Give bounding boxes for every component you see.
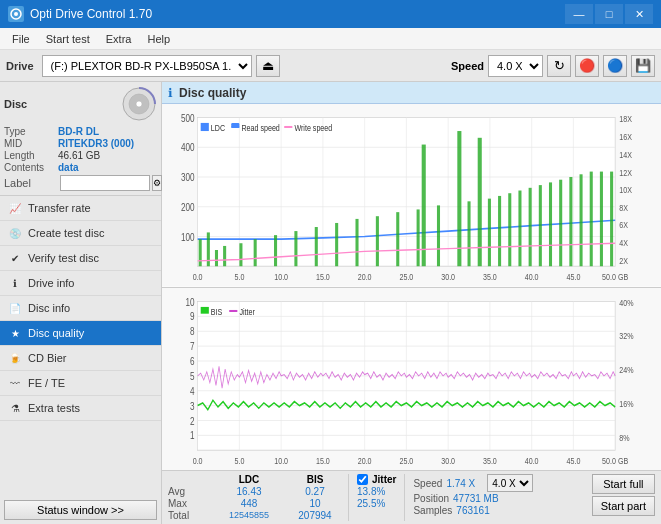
sidebar-item-label: Disc info bbox=[28, 302, 70, 314]
svg-text:6X: 6X bbox=[619, 219, 628, 230]
minimize-button[interactable]: — bbox=[565, 4, 593, 24]
svg-text:12X: 12X bbox=[619, 167, 632, 178]
sidebar-item-label: FE / TE bbox=[28, 377, 65, 389]
speed-section: Speed 1.74 X 4.0 X Position 47731 MB Sam… bbox=[413, 474, 587, 516]
svg-text:1: 1 bbox=[190, 429, 195, 441]
avg-ldc: 16.43 bbox=[224, 486, 274, 497]
length-val: 46.61 GB bbox=[58, 150, 100, 161]
speed-dropdown[interactable]: 4.0 X bbox=[488, 55, 543, 77]
erase-button[interactable]: 🔵 bbox=[603, 55, 627, 77]
jitter-header-row: Jitter bbox=[357, 474, 396, 485]
sidebar-item-verify-test-disc[interactable]: ✔ Verify test disc bbox=[0, 246, 161, 271]
burn-button[interactable]: 🔴 bbox=[575, 55, 599, 77]
app-title: Opti Drive Control 1.70 bbox=[30, 7, 152, 21]
jitter-section: Jitter 13.8% 25.5% bbox=[357, 474, 396, 509]
eject-button[interactable]: ⏏ bbox=[256, 55, 280, 77]
drive-selector: (F:) PLEXTOR BD-R PX-LB950SA 1.06 ⏏ bbox=[42, 55, 439, 77]
transfer-rate-icon: 📈 bbox=[8, 201, 22, 215]
max-label: Max bbox=[168, 498, 208, 509]
sidebar-item-label: Verify test disc bbox=[28, 252, 99, 264]
sidebar: Disc Type BD-R DL MID RITEKDR3 (000) Len… bbox=[0, 82, 162, 524]
label-input[interactable] bbox=[60, 175, 150, 191]
svg-text:40%: 40% bbox=[619, 296, 634, 307]
disc-label-row: Label ⚙ bbox=[4, 175, 157, 191]
cd-bier-icon: 🍺 bbox=[8, 351, 22, 365]
sidebar-item-cd-bier[interactable]: 🍺 CD Bier bbox=[0, 346, 161, 371]
svg-rect-45 bbox=[518, 191, 521, 267]
mid-val: RITEKDR3 (000) bbox=[58, 138, 134, 149]
svg-text:6: 6 bbox=[190, 354, 195, 366]
svg-text:Jitter: Jitter bbox=[239, 306, 255, 317]
svg-text:15.0: 15.0 bbox=[316, 454, 330, 465]
sidebar-item-extra-tests[interactable]: ⚗ Extra tests bbox=[0, 396, 161, 421]
disc-type-row: Type BD-R DL bbox=[4, 126, 157, 137]
svg-text:4X: 4X bbox=[619, 237, 628, 248]
mid-key: MID bbox=[4, 138, 58, 149]
sidebar-item-disc-quality[interactable]: ★ Disc quality bbox=[0, 321, 161, 346]
disc-contents-row: Contents data bbox=[4, 162, 157, 173]
disc-quality-title: Disc quality bbox=[179, 86, 246, 100]
toolbar: Drive (F:) PLEXTOR BD-R PX-LB950SA 1.06 … bbox=[0, 50, 661, 82]
svg-text:8: 8 bbox=[190, 325, 195, 337]
svg-rect-34 bbox=[376, 216, 379, 266]
sidebar-item-create-test-disc[interactable]: 💿 Create test disc bbox=[0, 221, 161, 246]
svg-text:10.0: 10.0 bbox=[274, 271, 288, 282]
svg-rect-31 bbox=[315, 227, 318, 266]
sidebar-item-drive-info[interactable]: ℹ Drive info bbox=[0, 271, 161, 296]
svg-text:0.0: 0.0 bbox=[193, 271, 203, 282]
svg-point-1 bbox=[14, 12, 18, 16]
speed-select[interactable]: 4.0 X bbox=[487, 474, 533, 492]
sidebar-item-disc-info[interactable]: 📄 Disc info bbox=[0, 296, 161, 321]
svg-text:40.0: 40.0 bbox=[525, 454, 539, 465]
svg-point-4 bbox=[136, 101, 142, 107]
svg-text:4: 4 bbox=[190, 384, 195, 396]
svg-text:9: 9 bbox=[190, 310, 195, 322]
total-bis: 207994 bbox=[290, 510, 340, 521]
sidebar-item-fe-te[interactable]: 〰 FE / TE bbox=[0, 371, 161, 396]
drive-label: Drive bbox=[6, 60, 34, 72]
sidebar-item-label: Disc quality bbox=[28, 327, 84, 339]
jitter-checkbox[interactable] bbox=[357, 474, 368, 485]
svg-text:16%: 16% bbox=[619, 397, 634, 408]
disc-length-row: Length 46.61 GB bbox=[4, 150, 157, 161]
menu-extra[interactable]: Extra bbox=[98, 31, 140, 47]
ldc-header: LDC bbox=[224, 474, 274, 485]
start-part-button[interactable]: Start part bbox=[592, 496, 655, 516]
extra-tests-icon: ⚗ bbox=[8, 401, 22, 415]
max-jitter: 25.5% bbox=[357, 498, 396, 509]
svg-text:5.0: 5.0 bbox=[234, 454, 244, 465]
refresh-button[interactable]: ↻ bbox=[547, 55, 571, 77]
upper-chart-svg: 500 400 300 200 100 18X 16X 14X 12X 10X … bbox=[162, 104, 661, 287]
sidebar-item-transfer-rate[interactable]: 📈 Transfer rate bbox=[0, 196, 161, 221]
svg-text:30.0: 30.0 bbox=[441, 454, 455, 465]
label-button[interactable]: ⚙ bbox=[152, 175, 162, 191]
svg-text:30.0: 30.0 bbox=[441, 271, 455, 282]
svg-rect-37 bbox=[422, 145, 426, 267]
svg-rect-49 bbox=[559, 180, 562, 267]
save-button[interactable]: 💾 bbox=[631, 55, 655, 77]
svg-text:45.0: 45.0 bbox=[566, 271, 580, 282]
svg-rect-52 bbox=[590, 172, 593, 267]
menu-help[interactable]: Help bbox=[139, 31, 178, 47]
maximize-button[interactable]: □ bbox=[595, 4, 623, 24]
svg-rect-26 bbox=[223, 246, 226, 266]
divider1 bbox=[348, 474, 349, 521]
svg-rect-48 bbox=[549, 182, 552, 266]
lower-chart-svg: 10 9 8 7 6 5 4 3 2 1 40% 32% 24% 16% 8% … bbox=[162, 288, 661, 471]
drive-dropdown[interactable]: (F:) PLEXTOR BD-R PX-LB950SA 1.06 bbox=[42, 55, 252, 77]
svg-rect-46 bbox=[529, 188, 532, 266]
svg-rect-44 bbox=[508, 193, 511, 266]
svg-text:Read speed: Read speed bbox=[241, 122, 280, 133]
create-test-disc-icon: 💿 bbox=[8, 226, 22, 240]
start-full-button[interactable]: Start full bbox=[592, 474, 655, 494]
close-button[interactable]: ✕ bbox=[625, 4, 653, 24]
avg-label: Avg bbox=[168, 486, 208, 497]
status-window-button[interactable]: Status window >> bbox=[4, 500, 157, 520]
content-area: ℹ Disc quality bbox=[162, 82, 661, 524]
svg-rect-27 bbox=[239, 243, 242, 266]
max-ldc: 448 bbox=[224, 498, 274, 509]
menu-start-test[interactable]: Start test bbox=[38, 31, 98, 47]
menu-file[interactable]: File bbox=[4, 31, 38, 47]
svg-text:35.0: 35.0 bbox=[483, 454, 497, 465]
avg-bis: 0.27 bbox=[290, 486, 340, 497]
